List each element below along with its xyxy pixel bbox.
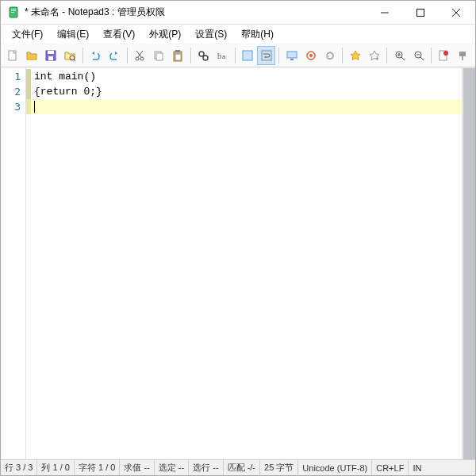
browse-button[interactable] bbox=[61, 46, 79, 65]
svg-rect-44 bbox=[459, 52, 466, 56]
menu-view[interactable]: 查看(V) bbox=[97, 25, 141, 44]
status-mode[interactable]: IN bbox=[409, 460, 425, 475]
code-line[interactable]: int main() bbox=[26, 69, 475, 84]
zoom-in-button[interactable] bbox=[390, 46, 409, 65]
status-row[interactable]: 行 3 / 3 bbox=[1, 460, 37, 475]
status-bytes[interactable]: 25 字节 bbox=[260, 460, 298, 475]
menu-settings[interactable]: 设置(S) bbox=[189, 25, 233, 44]
titlebar: * 未命名 - Notepad3 : 管理员权限 bbox=[1, 1, 475, 25]
save-button[interactable] bbox=[42, 46, 60, 65]
line-number[interactable]: 2 bbox=[1, 84, 21, 99]
code-text: int main() bbox=[34, 71, 96, 83]
separator bbox=[235, 48, 236, 63]
scheme-button[interactable] bbox=[301, 46, 320, 65]
editor[interactable]: 1 2 3 int main() {return 0;} bbox=[1, 67, 475, 459]
svg-point-43 bbox=[443, 51, 448, 56]
separator bbox=[127, 48, 128, 63]
svg-rect-2 bbox=[11, 10, 16, 11]
paste-button[interactable] bbox=[169, 46, 187, 65]
status-char[interactable]: 字符 1 / 0 bbox=[75, 460, 120, 475]
code-area[interactable]: int main() {return 0;} bbox=[26, 67, 475, 459]
menu-edit[interactable]: 编辑(E) bbox=[51, 25, 95, 44]
minimize-button[interactable] bbox=[367, 2, 402, 24]
close-button[interactable] bbox=[438, 2, 474, 24]
statusbar: 行 3 / 3 列 1 / 0 字符 1 / 0 求值 -- 选定 -- 选行 … bbox=[1, 459, 475, 475]
find-button[interactable] bbox=[194, 46, 213, 65]
separator bbox=[190, 48, 191, 63]
separator bbox=[342, 48, 343, 63]
svg-rect-11 bbox=[48, 56, 53, 60]
toolbar: ba + bbox=[1, 44, 475, 67]
status-encoding[interactable]: Unicode (UTF-8) bbox=[298, 460, 372, 475]
line-number[interactable]: 3 bbox=[1, 99, 21, 114]
svg-rect-5 bbox=[416, 9, 424, 16]
window-title: * 未命名 - Notepad3 : 管理员权限 bbox=[25, 6, 367, 19]
line-gutter: 1 2 3 bbox=[1, 67, 26, 459]
app-icon bbox=[7, 6, 20, 19]
svg-line-13 bbox=[74, 60, 75, 61]
maximize-button[interactable] bbox=[402, 2, 438, 24]
svg-rect-3 bbox=[11, 12, 14, 13]
menu-appearance[interactable]: 外观(P) bbox=[143, 25, 187, 44]
status-eval[interactable]: 求值 -- bbox=[120, 460, 154, 475]
svg-rect-22 bbox=[175, 54, 181, 60]
svg-text:+: + bbox=[375, 55, 379, 62]
separator bbox=[83, 48, 83, 63]
svg-rect-8 bbox=[9, 51, 16, 60]
svg-point-14 bbox=[136, 57, 139, 60]
redo-button[interactable] bbox=[106, 46, 124, 65]
code-line[interactable]: {return 0;} bbox=[26, 84, 475, 99]
menubar: 文件(F) 编辑(E) 查看(V) 外观(P) 设置(S) 帮助(H) bbox=[1, 25, 475, 44]
svg-rect-19 bbox=[156, 53, 163, 60]
cut-button[interactable] bbox=[131, 46, 149, 65]
code-text: {return 0;} bbox=[34, 86, 102, 98]
svg-text:b: b bbox=[217, 52, 221, 60]
svg-line-40 bbox=[420, 57, 424, 60]
add-fav-button[interactable]: + bbox=[365, 46, 383, 65]
menu-file[interactable]: 文件(F) bbox=[6, 25, 49, 44]
status-selection[interactable]: 选定 -- bbox=[155, 460, 189, 475]
open-button[interactable] bbox=[23, 46, 41, 65]
menu-help[interactable]: 帮助(H) bbox=[235, 25, 280, 44]
vertical-scrollbar[interactable] bbox=[462, 67, 475, 459]
pin-button[interactable] bbox=[454, 46, 472, 65]
separator bbox=[431, 48, 432, 63]
svg-rect-31 bbox=[290, 59, 294, 60]
bookmark-button[interactable] bbox=[435, 46, 453, 65]
svg-rect-30 bbox=[287, 52, 297, 58]
replace-button[interactable]: ba bbox=[213, 46, 232, 65]
scrollbar-thumb[interactable] bbox=[463, 68, 475, 459]
svg-line-36 bbox=[401, 57, 405, 60]
line-number[interactable]: 1 bbox=[1, 69, 21, 84]
copy-button[interactable] bbox=[150, 46, 168, 65]
svg-point-33 bbox=[309, 54, 313, 57]
svg-rect-28 bbox=[243, 51, 252, 60]
zoom-out-button[interactable] bbox=[409, 46, 428, 65]
svg-line-25 bbox=[203, 56, 204, 56]
window-controls bbox=[367, 2, 474, 24]
refresh-button[interactable] bbox=[321, 46, 339, 65]
separator bbox=[278, 48, 279, 63]
wordwrap-button[interactable] bbox=[257, 46, 275, 65]
cursor bbox=[34, 101, 35, 113]
svg-rect-1 bbox=[11, 9, 16, 10]
svg-rect-21 bbox=[175, 50, 180, 52]
status-col[interactable]: 列 1 / 0 bbox=[37, 460, 74, 475]
status-match[interactable]: 匹配 -/- bbox=[224, 460, 260, 475]
svg-point-15 bbox=[140, 57, 144, 60]
svg-text:a: a bbox=[222, 53, 226, 60]
undo-button[interactable] bbox=[86, 46, 105, 65]
status-sel-lines[interactable]: 选行 -- bbox=[189, 460, 223, 475]
code-line-current[interactable] bbox=[26, 99, 475, 114]
svg-rect-10 bbox=[48, 51, 54, 54]
new-button[interactable] bbox=[4, 46, 22, 65]
monitor-button[interactable] bbox=[282, 46, 301, 65]
zoom-button[interactable] bbox=[238, 46, 256, 65]
status-eol[interactable]: CR+LF bbox=[372, 460, 409, 475]
favorite-button[interactable] bbox=[346, 46, 364, 65]
separator bbox=[386, 48, 387, 63]
